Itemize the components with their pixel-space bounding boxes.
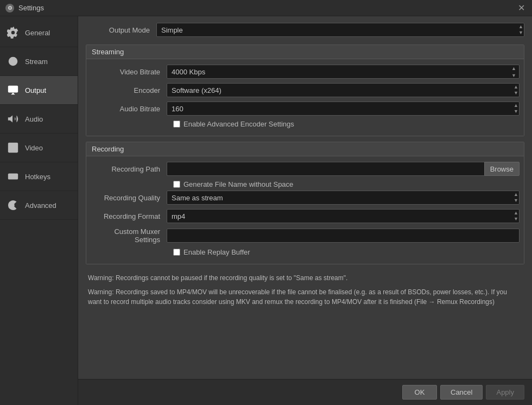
output-mode-row: Output Mode Simple Advanced ▲▼ — [86, 22, 524, 38]
output-icon — [5, 83, 21, 98]
video-bitrate-field: ▲ ▼ — [167, 65, 520, 79]
recording-format-row: Recording Format mp4 mkv flv ts mov ▲▼ — [91, 209, 520, 223]
sidebar-label-audio: Audio — [25, 115, 43, 123]
generate-filename-row: Generate File Name without Space — [91, 180, 520, 188]
encoder-row: Encoder Software (x264) Hardware (NVENC)… — [91, 83, 520, 97]
sidebar-item-advanced[interactable]: Advanced — [0, 191, 78, 220]
sidebar-label-general: General — [25, 29, 50, 37]
streaming-section-header: Streaming — [86, 45, 524, 59]
streaming-section: Streaming Video Bitrate ▲ ▼ — [86, 45, 524, 136]
audio-bitrate-label: Audio Bitrate — [91, 105, 167, 113]
svg-rect-5 — [8, 174, 18, 180]
audio-icon — [5, 111, 21, 126]
ok-button[interactable]: OK — [402, 385, 437, 400]
browse-button[interactable]: Browse — [484, 162, 520, 176]
cancel-button[interactable]: Cancel — [440, 385, 483, 400]
gear-icon — [5, 25, 21, 40]
apply-button[interactable]: Apply — [486, 385, 524, 400]
recording-section-header: Recording — [86, 142, 524, 156]
sidebar-item-stream[interactable]: Stream — [0, 47, 78, 76]
warning-2: Warning: Recordings saved to MP4/MOV wil… — [88, 287, 522, 307]
audio-bitrate-select-wrapper: 64 96 128 160 192 256 320 ▲▼ — [167, 102, 520, 116]
sidebar-item-general[interactable]: General — [0, 18, 78, 47]
sidebar: General Stream Output Audio Video — [0, 16, 78, 405]
recording-format-select-wrapper: mp4 mkv flv ts mov ▲▼ — [167, 209, 520, 223]
warnings-area: Warning: Recordings cannot be paused if … — [86, 270, 524, 310]
svg-marker-3 — [8, 116, 12, 123]
recording-quality-label: Recording Quality — [91, 194, 167, 202]
content-area: Output Mode Simple Advanced ▲▼ Streaming… — [78, 16, 532, 405]
warning-1: Warning: Recordings cannot be paused if … — [88, 273, 522, 283]
audio-bitrate-select[interactable]: 64 96 128 160 192 256 320 — [167, 102, 520, 116]
recording-quality-row: Recording Quality Same as stream High Qu… — [91, 191, 520, 205]
content-body: Output Mode Simple Advanced ▲▼ Streaming… — [78, 16, 532, 379]
enable-advanced-encoder-row: Enable Advanced Encoder Settings — [91, 120, 520, 128]
settings-icon: ⚙ — [5, 4, 14, 12]
sidebar-label-output: Output — [25, 86, 46, 94]
output-mode-select-wrapper: Simple Advanced ▲▼ — [156, 23, 524, 37]
enable-advanced-encoder-label[interactable]: Enable Advanced Encoder Settings — [183, 120, 294, 128]
video-icon — [5, 140, 21, 155]
encoder-select[interactable]: Software (x264) Hardware (NVENC) Hardwar… — [167, 83, 520, 97]
enable-replay-row: Enable Replay Buffer — [91, 248, 520, 256]
video-bitrate-row: Video Bitrate ▲ ▼ — [91, 65, 520, 79]
custom-muxer-row: Custom Muxer Settings — [91, 227, 520, 244]
svg-rect-1 — [8, 86, 18, 93]
svg-rect-4 — [8, 143, 18, 153]
sidebar-item-audio[interactable]: Audio — [0, 105, 78, 134]
recording-path-row: Recording Path Browse — [91, 162, 520, 176]
video-bitrate-label: Video Bitrate — [91, 68, 167, 76]
sidebar-item-hotkeys[interactable]: Hotkeys — [0, 162, 78, 191]
main-layout: General Stream Output Audio Video — [0, 16, 532, 405]
sidebar-label-stream: Stream — [25, 58, 48, 66]
enable-replay-label[interactable]: Enable Replay Buffer — [183, 248, 250, 256]
audio-bitrate-row: Audio Bitrate 64 96 128 160 192 256 320 — [91, 102, 520, 116]
sidebar-label-hotkeys: Hotkeys — [25, 173, 50, 181]
recording-path-input[interactable] — [167, 162, 484, 176]
encoder-select-wrapper: Software (x264) Hardware (NVENC) Hardwar… — [167, 83, 520, 97]
advanced-icon — [5, 198, 21, 213]
output-mode-label: Output Mode — [86, 26, 156, 34]
recording-quality-select-wrapper: Same as stream High Quality, Medium File… — [167, 191, 520, 205]
generate-filename-label[interactable]: Generate File Name without Space — [183, 180, 293, 188]
title-bar: ⚙ Settings ✕ — [0, 0, 532, 16]
sidebar-label-advanced: Advanced — [25, 201, 56, 210]
recording-format-label: Recording Format — [91, 212, 167, 220]
generate-filename-checkbox[interactable] — [173, 181, 180, 188]
recording-section-body: Recording Path Browse Generate File Name… — [86, 156, 524, 264]
sidebar-item-video[interactable]: Video — [0, 134, 78, 162]
recording-quality-select[interactable]: Same as stream High Quality, Medium File… — [167, 191, 520, 205]
window-title: Settings — [18, 4, 44, 12]
video-bitrate-input[interactable] — [167, 65, 520, 79]
enable-replay-checkbox[interactable] — [173, 249, 180, 256]
custom-muxer-input[interactable] — [167, 229, 520, 243]
streaming-section-body: Video Bitrate ▲ ▼ Encoder — [86, 59, 524, 136]
hotkeys-icon — [5, 169, 21, 184]
enable-advanced-encoder-checkbox[interactable] — [173, 121, 180, 128]
sidebar-item-output[interactable]: Output — [0, 76, 78, 105]
close-button[interactable]: ✕ — [516, 3, 527, 14]
custom-muxer-label: Custom Muxer Settings — [91, 227, 167, 244]
recording-format-select[interactable]: mp4 mkv flv ts mov — [167, 209, 520, 223]
custom-muxer-field — [167, 229, 520, 243]
output-mode-select[interactable]: Simple Advanced — [156, 23, 524, 37]
recording-section: Recording Recording Path Browse Generate… — [86, 142, 524, 264]
bottom-bar: OK Cancel Apply — [78, 379, 532, 405]
sidebar-label-video: Video — [25, 144, 43, 152]
recording-path-label: Recording Path — [91, 165, 167, 173]
stream-icon — [5, 54, 21, 69]
encoder-label: Encoder — [91, 86, 167, 94]
